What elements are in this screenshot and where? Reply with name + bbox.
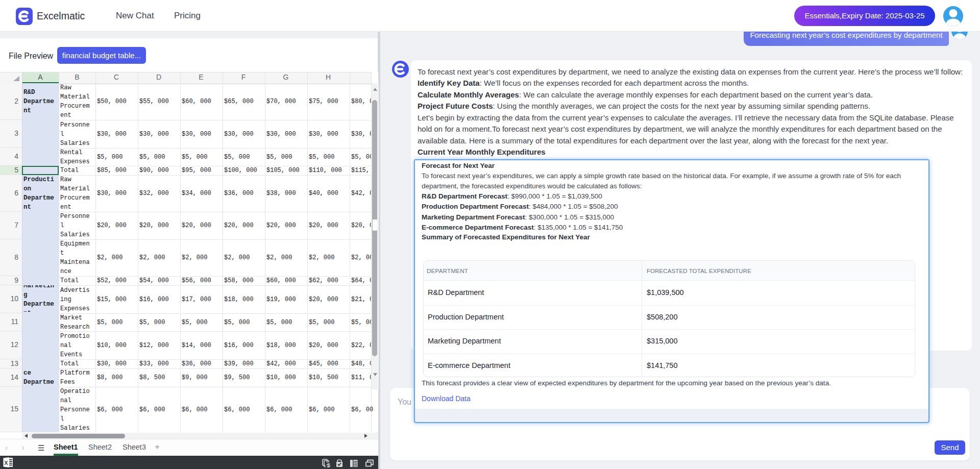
svg-text:X: X bbox=[4, 460, 8, 466]
